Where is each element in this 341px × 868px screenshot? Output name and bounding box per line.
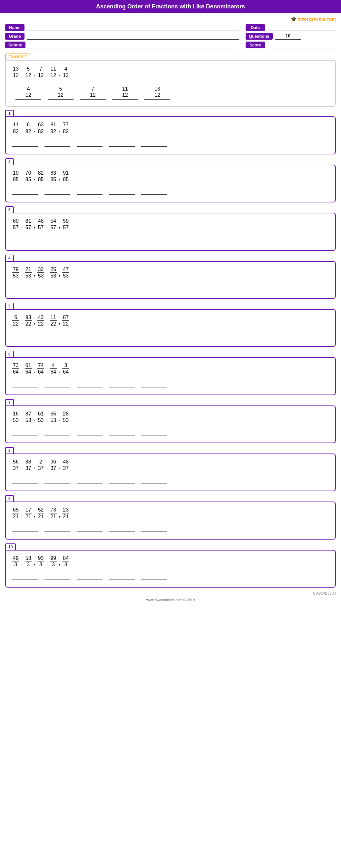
score-label: Score	[246, 41, 265, 48]
brand-bar: 🎓 dworksheets.com	[0, 16, 341, 23]
problem-section-2: 21085,7085,8285,6385,9185	[5, 158, 336, 203]
ex-frac-5: 4 12	[62, 66, 69, 78]
blank-slot-6-4	[109, 383, 141, 389]
ex-ans-2: 5 12	[44, 86, 77, 100]
frac-2-2: 7085	[25, 170, 32, 182]
ex-frac-2-den: 12	[25, 72, 32, 78]
frac-row-1: 1182,682,6382,8182,7782	[12, 122, 329, 134]
brand-name: dworksheets	[298, 17, 326, 22]
frac-9-3: 5221	[37, 507, 44, 519]
problem-box-10: 493,583,933,993,843	[5, 550, 336, 588]
name-line	[27, 25, 239, 31]
frac-4-2: 2153	[25, 266, 32, 279]
frac-3-4: 5457	[50, 218, 57, 230]
questions-row: Questions 10	[246, 33, 336, 40]
date-label: Date	[246, 24, 265, 31]
problem-box-8: 5637,8837,237,9637,4837	[5, 454, 336, 491]
frac-5-1: 622	[12, 314, 19, 327]
questions-value: 10	[275, 33, 301, 40]
problem-tab-2: 2	[5, 158, 14, 165]
blank-slot-3-5	[141, 239, 174, 244]
blank-slot-9-5	[141, 527, 174, 533]
blank-slot-5-4	[109, 335, 141, 340]
blank-slot-3-2	[44, 239, 77, 244]
frac-1-1: 1182	[12, 122, 19, 134]
blank-row-10	[12, 575, 329, 581]
frac-row-2: 1085,7085,8285,6385,9185	[12, 170, 329, 182]
problem-box-6: 7364,6164,7464,464,364	[5, 357, 336, 395]
frac-5-2: 9322	[25, 314, 32, 327]
blank-slot-7-5	[141, 431, 174, 437]
ex-ans-4: 11 12	[109, 86, 141, 100]
blank-slot-6-3	[77, 383, 109, 389]
blank-row-3	[12, 239, 329, 244]
page-title: Ascending Order of Fractions with Like D…	[0, 0, 341, 13]
blank-slot-1-1	[12, 142, 44, 148]
blank-slot-1-4	[109, 142, 141, 148]
frac-9-4: 7321	[50, 507, 57, 519]
blank-row-6	[12, 383, 329, 389]
blank-slot-2-2	[44, 190, 77, 196]
blank-slot-5-1	[12, 335, 44, 340]
frac-2-4: 6385	[50, 170, 57, 182]
frac-8-3: 237	[37, 459, 44, 471]
blank-slot-5-5	[141, 335, 174, 340]
ex-frac-1-den: 12	[12, 72, 19, 78]
problem-section-4: 47953,2153,3253,2553,4753	[5, 255, 336, 299]
problem-tab-7: 7	[5, 399, 14, 405]
problem-box-2: 1085,7085,8285,6385,9185	[5, 165, 336, 203]
name-label: Name	[5, 24, 25, 31]
frac-2-1: 1085	[12, 170, 19, 182]
ex-frac-4: 11 12	[50, 66, 57, 78]
frac-10-3: 933	[37, 555, 44, 567]
ex-frac-4-num: 11	[50, 66, 57, 72]
problem-box-9: 6521,1721,5221,7321,2321	[5, 501, 336, 539]
blank-row-5	[12, 335, 329, 340]
frac-8-1: 5637	[12, 459, 19, 471]
frac-5-4: 1122	[50, 314, 57, 327]
frac-9-1: 6521	[12, 507, 19, 519]
ex-ans-1: 4 12	[12, 86, 44, 100]
example-tab: EXAMPLE	[5, 54, 30, 60]
ex-frac-3-den: 12	[37, 72, 44, 78]
problem-box-1: 1182,682,6382,8182,7782	[5, 116, 336, 154]
ex-ans-frac-2: 5 12	[58, 86, 63, 98]
blank-slot-1-5	[141, 142, 174, 148]
blank-row-8	[12, 479, 329, 485]
blank-slot-8-5	[141, 479, 174, 485]
blank-slot-10-5	[141, 575, 174, 581]
frac-10-4: 993	[50, 555, 57, 567]
example-answer-row: 4 12 5 12 7 12 11	[12, 86, 329, 100]
frac-1-2: 682	[25, 122, 32, 134]
blank-slot-3-4	[109, 239, 141, 244]
ex-frac-3-num: 7	[37, 66, 44, 72]
problem-section-1: 11182,682,6382,8182,7782	[5, 110, 336, 154]
school-label: School	[5, 41, 26, 48]
frac-3-3: 4857	[37, 218, 44, 230]
problem-box-4: 7953,2153,3253,2553,4753	[5, 261, 336, 299]
problem-section-7: 71653,8753,6153,6553,2853	[5, 399, 336, 443]
blank-slot-5-2	[44, 335, 77, 340]
ex-ans-frac-5: 13 12	[154, 86, 160, 98]
frac-4-3: 3253	[37, 266, 44, 279]
blank-slot-2-1	[12, 190, 44, 196]
ex-frac-1: 13 12	[12, 66, 19, 78]
score-row: Score	[246, 41, 336, 48]
blank-slot-7-3	[77, 431, 109, 437]
example-fraction-row: 13 12 , 5 12 , 7 12 , 11 12 , 4 12	[12, 66, 329, 78]
ex-ans-frac-1: 4 12	[26, 86, 31, 98]
ex-ans-5: 13 12	[141, 86, 174, 100]
frac-7-2: 8753	[25, 411, 32, 423]
blank-slot-10-2	[44, 575, 77, 581]
blank-slot-4-1	[12, 286, 44, 292]
frac-5-5: 8722	[62, 314, 69, 327]
frac-7-5: 2853	[62, 411, 69, 423]
blank-slot-2-5	[141, 190, 174, 196]
grade-label: Grade	[5, 33, 25, 40]
problem-tab-10: 10	[5, 544, 16, 550]
info-right: Date Questions 10 Score	[246, 24, 336, 48]
problem-tab-5: 5	[5, 303, 14, 309]
questions-label: Questions	[246, 33, 273, 40]
frac-row-10: 493,583,933,993,843	[12, 555, 329, 567]
blank-slot-9-2	[44, 527, 77, 533]
